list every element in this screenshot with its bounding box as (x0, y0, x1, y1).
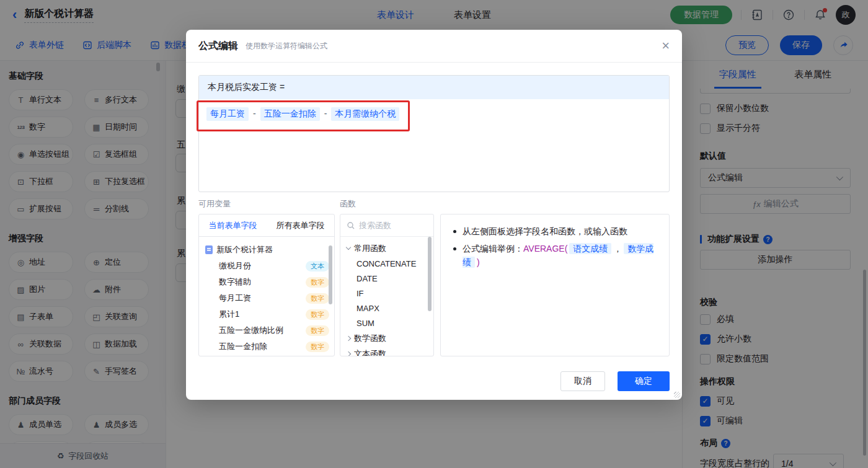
function-group-text[interactable]: 文本函数 (347, 346, 433, 356)
variables-panel: 当前表单字段 所有表单字段 新版个税计算器 缴税月份文本 数字辅助数字 每月工资… (198, 214, 335, 356)
type-badge: 数字 (306, 309, 329, 320)
search-icon (347, 221, 355, 230)
formula-target: 本月税后实发工资 = (199, 76, 669, 99)
variable-row[interactable]: 每月工资数字 (205, 290, 329, 306)
dialog-header: 公式编辑 使用数学运算符编辑公式 × (186, 30, 682, 63)
function-item[interactable]: SUM (347, 316, 433, 330)
functions-panel: 常用函数 CONCATENATE DATE IF MAPX SUM 数学函数 文… (340, 214, 434, 356)
close-icon[interactable]: × (662, 39, 670, 53)
formula-editor: 本月税后实发工资 = 每月工资-五险一金扣除-本月需缴纳个税 (198, 75, 670, 192)
formula-edit-dialog: 公式编辑 使用数学运算符编辑公式 × 本月税后实发工资 = 每月工资-五险一金扣… (186, 30, 682, 400)
functions-section-label: 函数 (340, 198, 356, 210)
type-badge: 数字 (306, 342, 329, 352)
example-comma: ， (613, 244, 622, 254)
help-text: 从左侧面板选择字段名和函数，或输入函数 (463, 224, 627, 238)
variable-row[interactable]: 累计1数字 (205, 306, 329, 322)
bullet-dot (453, 247, 456, 250)
function-item[interactable]: DATE (347, 271, 433, 286)
formula-token[interactable]: 每月工资 (206, 107, 249, 121)
variables-scrollbar[interactable] (329, 245, 332, 304)
variable-name: 五险一金扣除 (219, 341, 267, 352)
group-label: 文本函数 (354, 348, 386, 357)
chevron-right-icon (346, 335, 351, 340)
function-search-input[interactable] (359, 221, 421, 230)
help-line-example: 公式编辑举例：AVERAGE(语文成绩，数学成绩) (451, 242, 659, 269)
formula-input-area[interactable]: 每月工资-五险一金扣除-本月需缴纳个税 (199, 99, 669, 129)
formula-token[interactable]: 本月需缴纳个税 (331, 107, 399, 121)
variable-name: 缴税月份 (219, 260, 251, 272)
function-item[interactable]: CONCATENATE (347, 256, 433, 271)
variables-tree: 新版个税计算器 缴税月份文本 数字辅助数字 每月工资数字 累计1数字 五险一金缴… (199, 237, 334, 355)
help-example: 公式编辑举例：AVERAGE(语文成绩，数学成绩) (463, 242, 659, 269)
dialog-title: 公式编辑 (198, 40, 238, 53)
chevron-down-icon (346, 245, 351, 250)
variables-section-label: 可用变量 (198, 198, 231, 210)
variable-row[interactable]: 五险一金缴纳比例数字 (205, 322, 329, 338)
formula-token[interactable]: 五险一金扣除 (260, 107, 320, 121)
minus-operator: - (253, 108, 256, 118)
tab-current-form-fields[interactable]: 当前表单字段 (199, 214, 267, 236)
variables-tabs: 当前表单字段 所有表单字段 (199, 214, 334, 237)
chevron-right-icon (346, 351, 351, 356)
function-item[interactable]: IF (347, 286, 433, 301)
variable-name: 累计1 (219, 309, 239, 320)
dialog-subtitle: 使用数学运算符编辑公式 (246, 41, 327, 51)
variable-name: 数字辅助 (219, 276, 251, 288)
form-file-icon (205, 245, 213, 254)
tab-all-form-fields[interactable]: 所有表单字段 (267, 214, 334, 236)
example-prefix: 公式编辑举例： (463, 244, 523, 254)
dialog-footer: 取消 确定 (560, 371, 670, 391)
minus-operator: - (324, 108, 327, 118)
variable-name: 五险一金缴纳比例 (219, 325, 283, 336)
variable-row[interactable]: 五险一金扣除数字 (205, 338, 329, 355)
variable-row[interactable]: 缴税月份文本 (205, 258, 329, 274)
form-root-label: 新版个税计算器 (216, 244, 273, 255)
example-function: AVERAGE( (523, 244, 567, 254)
cancel-button[interactable]: 取消 (560, 371, 605, 391)
function-list: 常用函数 CONCATENATE DATE IF MAPX SUM 数学函数 文… (340, 237, 433, 356)
group-label: 数学函数 (354, 333, 386, 344)
help-panel: 从左侧面板选择字段名和函数，或输入函数 公式编辑举例：AVERAGE(语文成绩，… (440, 214, 670, 356)
bullet-dot (453, 230, 456, 233)
resize-handle[interactable] (674, 392, 680, 398)
function-search (340, 214, 433, 237)
group-label: 常用函数 (354, 243, 386, 254)
type-badge: 文本 (306, 261, 329, 272)
confirm-button[interactable]: 确定 (618, 371, 670, 391)
form-root-node[interactable]: 新版个税计算器 (205, 242, 329, 258)
variable-row[interactable]: 数字辅助数字 (205, 274, 329, 290)
function-item[interactable]: MAPX (347, 301, 433, 316)
example-close-paren: ) (477, 257, 480, 267)
type-badge: 数字 (306, 325, 329, 336)
variable-name: 每月工资 (219, 293, 251, 304)
function-group-math[interactable]: 数学函数 (347, 330, 433, 346)
function-group-common[interactable]: 常用函数 (347, 241, 433, 256)
example-field-chip: 语文成绩 (569, 243, 611, 254)
app-window: ‹ 新版个税计算器 表单设计 表单设置 数据管理 (0, 0, 868, 468)
functions-scrollbar[interactable] (428, 237, 432, 311)
type-badge: 数字 (306, 293, 329, 304)
help-line: 从左侧面板选择字段名和函数，或输入函数 (451, 224, 659, 238)
type-badge: 数字 (306, 277, 329, 288)
